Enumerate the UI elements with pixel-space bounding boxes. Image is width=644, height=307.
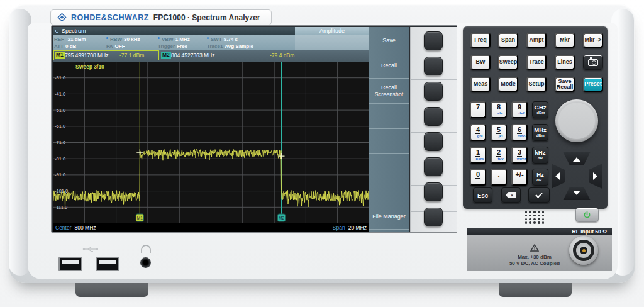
spectrum-plot: -31.0-41.0-51.0-61.0-71.0-81.0-91.0-101.… xyxy=(53,62,369,223)
key-7[interactable]: 7 xyxy=(470,101,486,118)
softkey-label-empty-5 xyxy=(369,129,409,154)
esc-key[interactable]: Esc xyxy=(473,187,492,203)
center-value: 800 MHz xyxy=(75,225,96,231)
key-0[interactable]: 0 xyxy=(470,169,486,186)
setting-att: ATT0 dB xyxy=(54,43,76,50)
key-8[interactable]: 8abc xyxy=(491,101,507,118)
rotary-knob[interactable] xyxy=(555,99,598,142)
backspace-key[interactable]: × xyxy=(501,187,521,203)
key-1[interactable]: 1pqrs xyxy=(470,147,486,164)
setting-value: Free xyxy=(177,43,187,49)
screenshot-button[interactable] xyxy=(583,55,603,70)
unit-sublabel: dBm xyxy=(536,133,544,138)
meas-button[interactable]: Meas xyxy=(470,77,491,92)
softkey-label-save[interactable]: Save xyxy=(369,28,409,53)
preset-button[interactable]: Preset xyxy=(583,77,603,92)
unit-label: kHz xyxy=(535,150,546,156)
softkey-button-8[interactable] xyxy=(424,208,443,226)
arrow-keypad xyxy=(552,152,602,200)
setting-trigger: TriggerFree xyxy=(158,43,187,50)
modified-dot xyxy=(158,37,160,39)
marker1-frequency: 795.4991708 MHz xyxy=(65,52,108,59)
softkey-label-recall[interactable]: Recall xyxy=(369,53,409,79)
arrow-up-button[interactable] xyxy=(561,152,592,165)
unit-label: MHz xyxy=(534,127,547,133)
span-label: Span xyxy=(333,225,345,231)
setting-value: -21 dBm xyxy=(66,36,86,42)
enter-key[interactable] xyxy=(528,187,550,203)
softkey-button-5[interactable] xyxy=(424,132,443,151)
svg-text:-41.0: -41.0 xyxy=(55,91,65,97)
softkey-label-file-manager[interactable]: File Manager xyxy=(369,204,409,230)
lines-button[interactable]: Lines xyxy=(555,55,575,70)
marker2-badge: M2 xyxy=(161,52,171,59)
softkey-button-4[interactable] xyxy=(424,107,443,126)
marker1-badge: M1 xyxy=(55,52,65,59)
save-recall-button[interactable]: Save Recall xyxy=(555,77,575,92)
khz-key[interactable]: kHzdB xyxy=(532,147,548,164)
softkey-label-empty-7 xyxy=(369,179,409,204)
softkey-button-1[interactable] xyxy=(424,31,443,50)
settings-header: REF-21 dBmRBW30 kHzVBW1 MHzSWT8.74 s ATT… xyxy=(53,35,369,50)
sweep-button[interactable]: Sweep xyxy=(498,55,518,70)
key-9[interactable]: 9def xyxy=(511,101,528,118)
key-2[interactable]: 2tuv xyxy=(491,147,507,164)
mhz-key[interactable]: MHzdBm xyxy=(532,124,548,141)
active-menu-tab[interactable]: Amplitude xyxy=(295,27,369,35)
svg-text:-71.0: -71.0 xyxy=(55,140,65,145)
key-decimal[interactable]: . xyxy=(491,169,507,186)
key-6[interactable]: 6mno xyxy=(511,124,528,141)
screen-assembly: Spectrum Amplitude REF-21 dBmRBW30 kHzVB… xyxy=(51,25,457,233)
softkey-button-6[interactable] xyxy=(424,157,443,176)
key-4[interactable]: 4ghi xyxy=(470,124,486,141)
key-plus-minus[interactable]: +/- xyxy=(511,169,528,186)
setting-swt: SWT8.74 s xyxy=(207,36,238,43)
key-letters: wxyz xyxy=(517,157,526,161)
mode-button[interactable]: Mode xyxy=(498,77,518,92)
model-name: FPC1000 · Spectrum Analyzer xyxy=(153,13,260,22)
key-letters: def xyxy=(519,111,525,116)
mkr-button[interactable]: Mkr xyxy=(555,33,575,48)
key-5[interactable]: 5jkl xyxy=(491,124,507,141)
softkey-menu: SaveRecallRecall ScreenshotFile Manager xyxy=(369,27,409,232)
setup-button[interactable]: Setup xyxy=(526,77,547,92)
softkey-label-recall-screenshot[interactable]: Recall Screenshot xyxy=(369,79,409,104)
svg-text:-31.0: -31.0 xyxy=(55,75,65,81)
rohde-schwarz-logo-icon xyxy=(57,13,67,22)
setting-pa: PAOFF xyxy=(106,43,125,50)
arrow-right-button[interactable] xyxy=(589,162,602,191)
key-main-label: +/- xyxy=(514,171,524,179)
softkey-button-3[interactable] xyxy=(424,82,443,101)
key-3[interactable]: 3wxyz xyxy=(511,147,528,164)
instrument-front-panel: ROHDE&SCHWARZ FPC1000 · Spectrum Analyze… xyxy=(0,0,644,307)
softkey-label-empty-4 xyxy=(369,104,409,129)
key-main-label: 5 xyxy=(496,126,501,135)
backspace-icon: × xyxy=(506,192,516,198)
rf-connector-panel: Max. +30 dBm 50 V DC, AC Coupled xyxy=(467,235,612,271)
ghz-key[interactable]: GHz-dBm xyxy=(532,101,548,118)
rf-input-connector xyxy=(569,236,598,265)
setting-label: PA xyxy=(106,43,113,49)
speaker-grille xyxy=(524,210,545,225)
max-input-warning: Max. +30 dBm 50 V DC, AC Coupled xyxy=(497,243,572,267)
setting-rbw: RBW30 kHz xyxy=(106,36,140,43)
setting-vbw: VBW1 MHz xyxy=(158,36,190,43)
modified-dot xyxy=(106,37,108,39)
arrow-left-button[interactable] xyxy=(552,162,565,191)
power-button[interactable] xyxy=(575,208,599,222)
mkr-button[interactable]: Mkr -> xyxy=(583,33,603,48)
softkey-button-2[interactable] xyxy=(424,57,443,75)
softkey-button-7[interactable] xyxy=(424,182,443,201)
bw-button[interactable]: BW xyxy=(470,55,491,70)
ampt-button[interactable]: Ampt xyxy=(526,33,547,48)
trace-button[interactable]: Trace xyxy=(526,55,547,70)
freq-button[interactable]: Freq xyxy=(470,33,491,48)
svg-text:Sweep 3/10: Sweep 3/10 xyxy=(75,64,104,70)
hz-key[interactable]: HzdB.. xyxy=(532,169,548,186)
setting-value: 0 dB xyxy=(65,43,76,49)
svg-text:-61.0: -61.0 xyxy=(55,123,65,129)
svg-text:M1: M1 xyxy=(137,216,143,220)
arrow-down-button[interactable] xyxy=(561,187,592,200)
span-button[interactable]: Span xyxy=(498,33,518,48)
marker2-level: -79.4 dBm xyxy=(270,52,294,59)
